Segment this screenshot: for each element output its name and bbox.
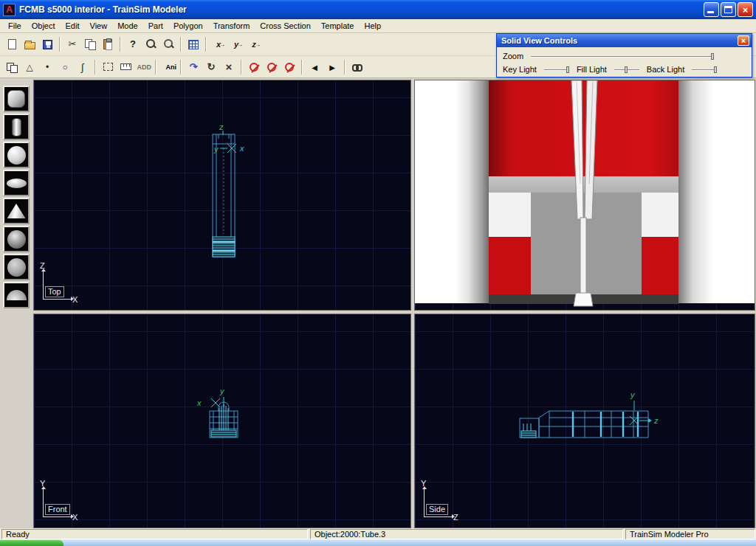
primitive-cylinder-button[interactable] [3, 114, 30, 140]
zoom-out-button[interactable] [159, 35, 177, 53]
help-button[interactable] [124, 35, 142, 53]
front-view-wireframe: y x [34, 314, 411, 528]
next-icon [326, 61, 338, 73]
status-app-edition: TrainSim Modeler Pro [625, 529, 755, 539]
cut-button[interactable] [63, 35, 81, 53]
viewport-top[interactable]: z y x Z Top X [33, 80, 411, 311]
solid-view-controls-dialog[interactable]: Solid View Controls × Zoom Key Light Fil… [496, 33, 752, 77]
menu-item-transform[interactable]: Transform [208, 20, 255, 32]
new-button[interactable] [3, 35, 21, 53]
back-light-slider-handle[interactable] [714, 66, 717, 73]
taskbar-sliver[interactable] [0, 540, 756, 546]
axis-x-button[interactable] [210, 35, 227, 53]
toolbar-separator [180, 60, 182, 75]
primitive-sphere-button[interactable] [3, 142, 30, 168]
minimize-button[interactable] [704, 2, 719, 17]
menu-item-polygon[interactable]: Polygon [168, 20, 208, 32]
viewport-3d-solid[interactable] [414, 80, 755, 311]
fill-light-slider[interactable] [614, 66, 639, 73]
top-h-axis-arrow [43, 299, 71, 300]
copy-button[interactable] [81, 35, 99, 53]
side-h-axis-arrow [424, 516, 452, 517]
step-forward-button[interactable] [323, 58, 341, 76]
title-bar[interactable]: A FCMB s5000 interior - TrainSim Modeler… [0, 0, 756, 19]
back-light-slider[interactable] [692, 66, 717, 73]
select-icon [103, 63, 113, 71]
axis-z-button[interactable] [245, 35, 263, 53]
toolbar-separator [180, 37, 182, 52]
add-button[interactable]: ADD [134, 58, 152, 76]
axisx-icon [213, 38, 224, 50]
paste-button[interactable] [99, 35, 117, 53]
viewport-front[interactable]: y x Y Front X [33, 314, 411, 528]
menu-item-edit[interactable]: Edit [61, 20, 85, 32]
primitive-shaded-sphere-button[interactable] [3, 226, 30, 252]
rotate-view-button[interactable] [202, 58, 220, 76]
curve-tool-button[interactable] [74, 58, 92, 76]
menu-item-part[interactable]: Part [143, 20, 168, 32]
clone-tool-button[interactable] [3, 58, 21, 76]
step-back-button[interactable] [306, 58, 323, 76]
ani-icon [160, 61, 166, 73]
add-icon [135, 61, 137, 73]
top-view-label: Top [45, 286, 64, 297]
arc1-icon [188, 61, 199, 73]
top-view-wireframe: z y x [34, 80, 411, 311]
menu-item-view[interactable]: View [85, 20, 113, 32]
primitive-gray-sphere-button[interactable] [3, 254, 30, 280]
paste-icon [103, 39, 112, 49]
sphere3-icon [7, 258, 26, 277]
side-view-wireframe: y z [415, 314, 755, 528]
cube-icon [7, 90, 25, 108]
fill-light-slider-handle[interactable] [625, 66, 628, 73]
maximize-button[interactable] [721, 2, 736, 17]
find-button[interactable] [348, 58, 366, 76]
dialog-close-button[interactable]: × [738, 35, 749, 46]
menu-item-cross-section[interactable]: Cross Section [255, 20, 315, 32]
copy-icon [84, 38, 96, 50]
primitive-disc-button[interactable] [3, 170, 30, 196]
triangle-icon [24, 61, 35, 73]
dialog-title-bar[interactable]: Solid View Controls × [497, 34, 752, 47]
menu-item-file[interactable]: File [3, 20, 27, 32]
grid-icon [188, 40, 199, 49]
zoom-in-button[interactable] [142, 35, 159, 53]
disable-rotate-button[interactable] [281, 58, 298, 76]
menu-item-object[interactable]: Object [27, 20, 61, 32]
primitive-cone-button[interactable] [3, 198, 30, 224]
cut-icon [66, 38, 78, 50]
point-tool-button[interactable] [38, 58, 56, 76]
zoom-slider[interactable] [531, 53, 714, 60]
menu-item-template[interactable]: Template [316, 20, 360, 32]
cross-tool-button[interactable] [220, 58, 238, 76]
front-h-axis-label: X [72, 513, 78, 522]
primitive-dome-button[interactable] [3, 282, 30, 308]
circle-icon [59, 61, 71, 73]
animation-button[interactable]: Ani [159, 58, 177, 76]
open-button[interactable] [21, 35, 38, 53]
disable-move-button[interactable] [263, 58, 281, 76]
ruler-tool-button[interactable] [117, 58, 134, 76]
disable-select-button[interactable] [245, 58, 263, 76]
save-button[interactable] [38, 35, 56, 53]
curve-icon [77, 61, 89, 73]
start-button-fragment[interactable] [0, 540, 63, 546]
front-view-label: Front [45, 504, 70, 515]
select-tool-button[interactable] [99, 58, 117, 76]
application-window: A FCMB s5000 interior - TrainSim Modeler… [0, 0, 756, 546]
status-bar: Ready Object:2000:Tube.3 TrainSim Modele… [0, 528, 756, 540]
triangle-tool-button[interactable] [21, 58, 38, 76]
key-light-slider[interactable] [544, 66, 569, 73]
axis-y-button[interactable] [227, 35, 245, 53]
viewport-side[interactable]: y z Y Side Z [414, 314, 755, 528]
zoom-slider-handle[interactable] [711, 53, 714, 60]
menu-item-mode[interactable]: Mode [112, 20, 143, 32]
circle-tool-button[interactable] [56, 58, 74, 76]
close-button[interactable]: × [738, 2, 753, 17]
front-scene-x-label: x [196, 398, 202, 407]
redo-curve-button[interactable] [185, 58, 202, 76]
menu-item-help[interactable]: Help [359, 20, 386, 32]
primitive-cube-button[interactable] [3, 86, 30, 112]
key-light-slider-handle[interactable] [566, 66, 569, 73]
grid-toggle-button[interactable] [185, 35, 202, 53]
